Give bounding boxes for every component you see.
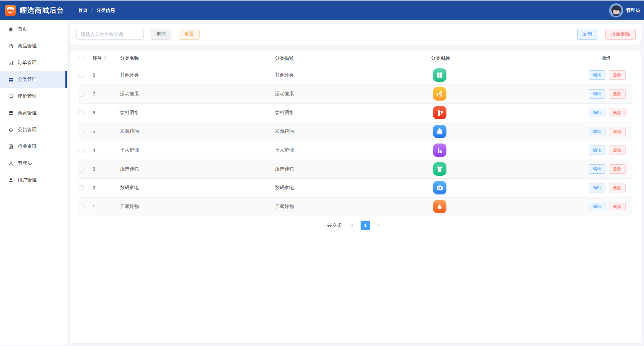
sidebar-item-reviews[interactable]: 评价管理 — [0, 88, 67, 105]
search-input[interactable] — [76, 29, 144, 40]
sidebar-item-home[interactable]: 首页 — [0, 21, 67, 38]
edit-button[interactable]: 编辑 — [589, 108, 605, 117]
table-row: 3服饰鞋包服饰鞋包编辑删除 — [78, 160, 632, 178]
delete-button[interactable]: 删除 — [609, 183, 626, 192]
table-row: 7运动健康运动健康编辑删除 — [78, 84, 632, 103]
tshirt-icon — [433, 162, 446, 176]
edit-button[interactable]: 编辑 — [589, 146, 605, 155]
select-all-checkbox[interactable] — [78, 56, 84, 61]
row-category-name: 居家好物 — [120, 197, 275, 216]
reset-button[interactable]: 重置 — [179, 29, 200, 40]
sidebar-item-orders[interactable]: 订单管理 — [0, 54, 67, 71]
comment-icon — [8, 94, 14, 99]
batch-delete-button[interactable]: 批量删除 — [605, 29, 636, 40]
sort-carets-icon[interactable] — [104, 56, 107, 60]
delete-button[interactable]: 删除 — [609, 70, 626, 80]
row-index: 5 — [90, 122, 120, 141]
home-icon — [8, 26, 14, 32]
edit-button[interactable]: 编辑 — [589, 70, 605, 80]
sidebar-item-users[interactable]: 用户管理 — [0, 172, 67, 188]
rice-bag-icon — [433, 125, 446, 138]
sidebar-item-label: 商品管理 — [18, 43, 37, 49]
runner-icon — [433, 87, 446, 101]
pagination-total: 共 8 条 — [327, 222, 342, 228]
edit-button[interactable]: 编辑 — [589, 89, 605, 99]
edit-button[interactable]: 编辑 — [589, 164, 605, 174]
breadcrumb-separator: / — [91, 8, 93, 13]
row-category-name: 运动健康 — [120, 84, 275, 103]
flame-icon — [433, 200, 446, 213]
row-category-desc: 其他分类 — [275, 66, 431, 84]
camera-icon — [433, 181, 446, 194]
table-row: 2数码家电数码家电编辑删除 — [78, 178, 632, 197]
row-index: 1 — [90, 197, 120, 216]
column-header-actions: 操作 — [582, 51, 632, 66]
delete-button[interactable]: 删除 — [609, 108, 626, 117]
row-checkbox[interactable] — [78, 148, 84, 153]
row-category-desc: 运动健康 — [275, 84, 431, 103]
column-header-name: 分类名称 — [120, 51, 275, 66]
sidebar-item-label: 商家管理 — [18, 110, 37, 116]
goods-bag-icon — [8, 43, 14, 49]
table-row: 4个人护理个人护理编辑删除 — [78, 141, 632, 160]
main-content: 查询 重置 新增 批量删除 序号 分类名称 分类描述 — [67, 20, 644, 345]
row-category-name: 个人护理 — [120, 141, 275, 160]
delete-button[interactable]: 删除 — [609, 146, 626, 155]
row-checkbox[interactable] — [78, 204, 84, 209]
breadcrumb-home[interactable]: 首页 — [78, 7, 88, 13]
row-checkbox[interactable] — [78, 185, 84, 190]
pagination-next-icon[interactable] — [373, 221, 383, 230]
sidebar: 首页商品管理订单管理分类管理评价管理商家管理公告管理行业资讯管理员用户管理 — [0, 20, 67, 345]
pagination-prev-icon[interactable] — [347, 221, 357, 230]
breadcrumb-current: 分类信息 — [96, 7, 115, 13]
row-index: 8 — [90, 66, 120, 84]
admin-person-icon — [8, 161, 14, 166]
delete-button[interactable]: 删除 — [609, 127, 626, 136]
row-category-desc: 数码家电 — [275, 178, 431, 197]
row-category-desc: 米面粮油 — [275, 122, 431, 141]
add-button[interactable]: 新增 — [577, 29, 598, 40]
avatar[interactable] — [609, 3, 623, 17]
row-checkbox[interactable] — [78, 110, 84, 115]
sidebar-item-label: 评价管理 — [18, 93, 37, 99]
sidebar-item-goods[interactable]: 商品管理 — [0, 38, 67, 54]
row-checkbox[interactable] — [78, 167, 84, 172]
delete-button[interactable]: 删除 — [609, 202, 626, 211]
row-index: 7 — [90, 84, 120, 103]
breadcrumb: 首页 / 分类信息 — [78, 7, 115, 13]
sidebar-item-news[interactable]: 行业资讯 — [0, 138, 67, 155]
row-category-name: 其他分类 — [120, 66, 275, 84]
row-checkbox[interactable] — [78, 73, 84, 78]
user-name: 管理员 — [626, 7, 640, 13]
category-table: 序号 分类名称 分类描述 分类图标 操作 8其他分类其他分类编辑删除7运动健康运… — [78, 51, 632, 216]
table-row: 5米面粮油米面粮油编辑删除 — [78, 122, 632, 141]
delete-button[interactable]: 删除 — [609, 164, 626, 174]
sidebar-item-admin[interactable]: 管理员 — [0, 155, 67, 172]
sidebar-item-notice[interactable]: 公告管理 — [0, 121, 67, 138]
edit-button[interactable]: 编辑 — [589, 202, 605, 211]
row-category-desc: 个人护理 — [275, 141, 431, 160]
row-checkbox[interactable] — [78, 129, 84, 134]
app-title: 曜选商城后台 — [20, 6, 64, 15]
query-button[interactable]: 查询 — [151, 29, 171, 40]
row-category-desc: 饮料酒水 — [275, 103, 431, 122]
sidebar-item-category[interactable]: 分类管理 — [0, 71, 67, 88]
edit-button[interactable]: 编辑 — [589, 183, 605, 192]
storefront-icon — [8, 110, 14, 116]
sidebar-item-merchant[interactable]: 商家管理 — [0, 105, 67, 121]
row-index: 2 — [90, 178, 120, 197]
table-row: 8其他分类其他分类编辑删除 — [78, 66, 632, 84]
sidebar-item-label: 公告管理 — [18, 127, 37, 133]
sidebar-item-label: 首页 — [18, 26, 27, 32]
delete-button[interactable]: 删除 — [609, 89, 626, 99]
edit-button[interactable]: 编辑 — [589, 127, 605, 136]
table-body: 8其他分类其他分类编辑删除7运动健康运动健康编辑删除6饮料酒水饮料酒水编辑删除5… — [78, 66, 632, 216]
row-checkbox[interactable] — [78, 92, 84, 97]
table-row: 1居家好物居家好物编辑删除 — [78, 197, 632, 216]
app-logo-icon — [5, 5, 16, 16]
row-category-name: 数码家电 — [120, 178, 275, 197]
table-header-row: 序号 分类名称 分类描述 分类图标 操作 — [78, 51, 632, 66]
pagination-page-1[interactable]: 1 — [361, 221, 370, 230]
clover-icon — [433, 68, 446, 82]
toolbar: 查询 重置 新增 批量删除 — [70, 24, 641, 45]
